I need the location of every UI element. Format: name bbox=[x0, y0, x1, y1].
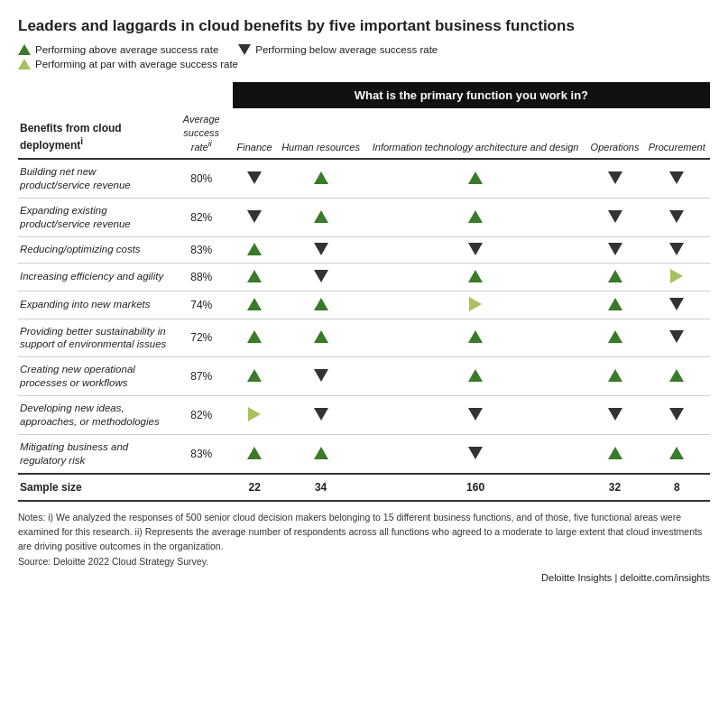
hr-icon-cell bbox=[277, 319, 365, 357]
avg-rate-cell: 83% bbox=[170, 236, 233, 263]
hr-icon-cell bbox=[277, 159, 365, 198]
it-icon-cell bbox=[365, 357, 586, 396]
benefit-cell: Mitigating business and regulatory risk bbox=[18, 435, 170, 474]
hr-icon-cell bbox=[277, 236, 365, 263]
proc-icon-cell bbox=[644, 319, 711, 357]
proc-icon-cell bbox=[644, 198, 711, 236]
table-row: Building net new product/service revenue… bbox=[18, 159, 710, 198]
it-icon-cell bbox=[365, 396, 586, 435]
down-triangle-icon bbox=[238, 44, 251, 55]
benefit-cell: Creating new operational processes or wo… bbox=[18, 357, 170, 396]
legend-item-below: Performing below average success rate bbox=[238, 44, 438, 55]
finance-icon-cell bbox=[233, 291, 277, 319]
benefit-cell: Increasing efficiency and agility bbox=[18, 263, 170, 291]
deloitte-attribution: Deloitte Insights | deloitte.com/insight… bbox=[18, 572, 710, 583]
it-icon-cell bbox=[365, 435, 586, 474]
hr-icon-cell bbox=[277, 263, 365, 291]
sample-hr: 34 bbox=[277, 474, 365, 501]
ops-icon-cell bbox=[586, 159, 644, 198]
hr-icon-cell bbox=[277, 435, 365, 474]
avg-rate-cell: 83% bbox=[170, 435, 233, 474]
column-headers-row: Benefits from cloud deploymenti Average … bbox=[18, 108, 710, 159]
table-row: Providing better sustainability in suppo… bbox=[18, 319, 710, 357]
question-header-row: What is the primary function you work in… bbox=[18, 82, 710, 108]
ops-icon-cell bbox=[586, 396, 644, 435]
legend: Performing above average success rate Pe… bbox=[18, 44, 710, 69]
sample-proc: 8 bbox=[644, 474, 711, 501]
ops-icon-cell bbox=[586, 435, 644, 474]
primary-question-header: What is the primary function you work in… bbox=[233, 82, 710, 108]
table-row: Reducing/optimizing costs 83% bbox=[18, 236, 710, 263]
ops-col-header: Operations bbox=[586, 108, 644, 159]
right-triangle-icon bbox=[18, 59, 31, 69]
avg-rate-col-header: Average success rateii bbox=[170, 108, 233, 159]
avg-rate-cell: 82% bbox=[170, 198, 233, 236]
sample-ops: 32 bbox=[586, 474, 644, 501]
it-col-header: Information technology architecture and … bbox=[365, 108, 586, 159]
ops-icon-cell bbox=[586, 236, 644, 263]
finance-icon-cell bbox=[233, 396, 277, 435]
proc-icon-cell bbox=[644, 357, 711, 396]
avg-rate-cell: 82% bbox=[170, 396, 233, 435]
benefit-cell: Developing new ideas, approaches, or met… bbox=[18, 396, 170, 435]
up-triangle-icon bbox=[18, 44, 31, 55]
finance-icon-cell bbox=[233, 198, 277, 236]
sample-avg bbox=[170, 474, 233, 501]
table-row: Expanding existing product/service reven… bbox=[18, 198, 710, 236]
legend-item-par: Performing at par with average success r… bbox=[18, 59, 690, 69]
ops-icon-cell bbox=[586, 319, 644, 357]
proc-icon-cell bbox=[644, 263, 711, 291]
proc-icon-cell bbox=[644, 396, 711, 435]
table-row: Expanding into new markets 74% bbox=[18, 291, 710, 319]
benefit-cell: Expanding existing product/service reven… bbox=[18, 198, 170, 236]
benefit-cell: Expanding into new markets bbox=[18, 291, 170, 319]
notes-text: Notes: i) We analyzed the responses of 5… bbox=[18, 511, 710, 553]
it-icon-cell bbox=[365, 159, 586, 198]
sample-finance: 22 bbox=[233, 474, 277, 501]
it-icon-cell bbox=[365, 236, 586, 263]
avg-rate-cell: 74% bbox=[170, 291, 233, 319]
finance-icon-cell bbox=[233, 236, 277, 263]
table-row: Mitigating business and regulatory risk … bbox=[18, 435, 710, 474]
hr-icon-cell bbox=[277, 198, 365, 236]
sample-it: 160 bbox=[365, 474, 586, 501]
finance-icon-cell bbox=[233, 263, 277, 291]
proc-icon-cell bbox=[644, 435, 711, 474]
it-icon-cell bbox=[365, 291, 586, 319]
sample-size-row: Sample size 22 34 160 32 8 bbox=[18, 474, 710, 501]
proc-icon-cell bbox=[644, 291, 711, 319]
data-table: What is the primary function you work in… bbox=[18, 82, 710, 502]
hr-icon-cell bbox=[277, 291, 365, 319]
avg-rate-cell: 87% bbox=[170, 357, 233, 396]
hr-icon-cell bbox=[277, 357, 365, 396]
finance-icon-cell bbox=[233, 319, 277, 357]
finance-icon-cell bbox=[233, 357, 277, 396]
finance-icon-cell bbox=[233, 435, 277, 474]
table-row: Increasing efficiency and agility 88% bbox=[18, 263, 710, 291]
it-icon-cell bbox=[365, 263, 586, 291]
benefit-cell: Reducing/optimizing costs bbox=[18, 236, 170, 263]
legend-above-label: Performing above average success rate bbox=[35, 44, 218, 55]
it-icon-cell bbox=[365, 319, 586, 357]
hr-col-header: Human resources bbox=[277, 108, 365, 159]
table-row: Developing new ideas, approaches, or met… bbox=[18, 396, 710, 435]
it-icon-cell bbox=[365, 198, 586, 236]
table-row: Creating new operational processes or wo… bbox=[18, 357, 710, 396]
finance-col-header: Finance bbox=[233, 108, 277, 159]
proc-icon-cell bbox=[644, 159, 711, 198]
ops-icon-cell bbox=[586, 291, 644, 319]
legend-below-label: Performing below average success rate bbox=[255, 44, 438, 55]
finance-icon-cell bbox=[233, 159, 277, 198]
benefit-cell: Building net new product/service revenue bbox=[18, 159, 170, 198]
ops-icon-cell bbox=[586, 263, 644, 291]
ops-icon-cell bbox=[586, 198, 644, 236]
sample-label: Sample size bbox=[18, 474, 170, 501]
source-text: Source: Deloitte 2022 Cloud Strategy Sur… bbox=[18, 556, 710, 567]
benefit-cell: Providing better sustainability in suppo… bbox=[18, 319, 170, 357]
avg-rate-cell: 72% bbox=[170, 319, 233, 357]
ops-icon-cell bbox=[586, 357, 644, 396]
avg-rate-cell: 80% bbox=[170, 159, 233, 198]
legend-par-label: Performing at par with average success r… bbox=[35, 59, 238, 69]
hr-icon-cell bbox=[277, 396, 365, 435]
proc-icon-cell bbox=[644, 236, 711, 263]
